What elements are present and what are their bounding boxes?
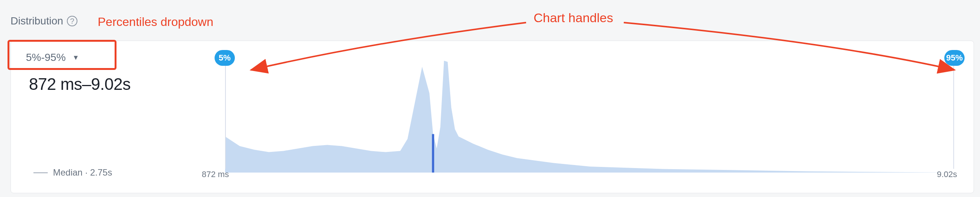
percentile-handle-right[interactable]: 95%: [944, 50, 965, 66]
axis-min-label: 872 ms: [202, 170, 229, 180]
percentile-handle-left[interactable]: 5%: [215, 50, 235, 66]
percentiles-dropdown[interactable]: 5%-95% ▼: [26, 51, 79, 64]
range-value: 872 ms–9.02s: [29, 75, 130, 94]
distribution-card: 5%-95% ▼ 872 ms–9.02s Median · 2.75s 5% …: [11, 41, 974, 193]
panel-header: Distribution ?: [11, 15, 77, 27]
legend-line-icon: [33, 172, 48, 173]
handle-guide-right: [953, 50, 954, 169]
chevron-down-icon: ▼: [73, 54, 79, 62]
median-legend: Median · 2.75s: [33, 167, 112, 178]
annotation-dropdown-label: Percentiles dropdown: [98, 15, 213, 29]
panel-title: Distribution: [11, 15, 63, 27]
median-legend-text: Median · 2.75s: [53, 167, 112, 178]
annotation-chart-handles-label: Chart handles: [534, 11, 613, 25]
help-icon[interactable]: ?: [67, 16, 77, 26]
distribution-chart: 5% 95% 872 ms 9.02s: [225, 49, 955, 190]
axis-max-label: 9.02s: [937, 170, 957, 180]
percentiles-dropdown-label: 5%-95%: [26, 51, 66, 64]
distribution-area-svg: [225, 52, 955, 173]
handle-guide-left: [225, 50, 226, 169]
